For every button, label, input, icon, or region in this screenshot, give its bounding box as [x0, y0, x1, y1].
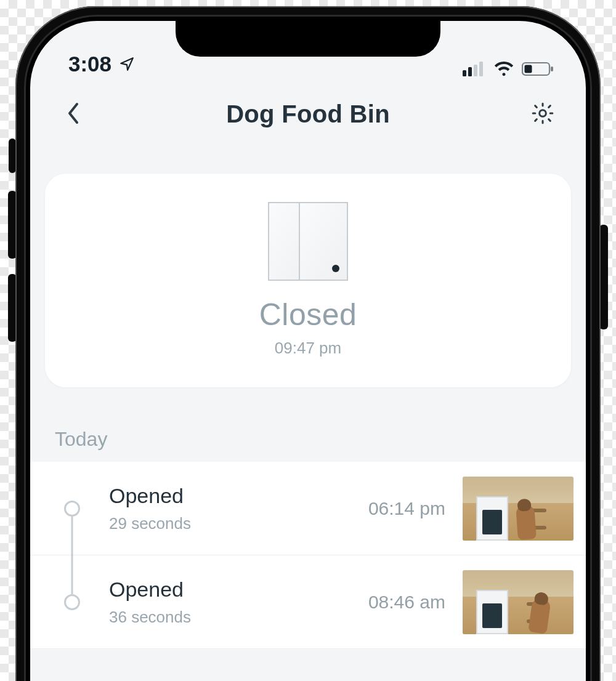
svg-point-7	[540, 110, 546, 116]
svg-rect-6	[525, 65, 532, 73]
device-status-card: Closed 09:47 pm	[45, 174, 571, 387]
event-thumbnail[interactable]	[463, 477, 573, 541]
phone-notch	[176, 21, 440, 57]
timeline-marker	[57, 462, 87, 555]
history-section-label: Today	[55, 428, 586, 451]
phone-frame: 3:08	[15, 6, 601, 681]
location-services-icon	[119, 56, 135, 72]
status-time: 3:08	[68, 52, 111, 76]
phone-power-button	[599, 225, 608, 329]
chevron-left-icon	[66, 102, 81, 127]
svg-rect-1	[468, 67, 472, 76]
gear-icon	[530, 101, 555, 127]
event-duration: 36 seconds	[109, 608, 368, 627]
event-title: Opened	[109, 578, 368, 602]
battery-icon	[522, 62, 555, 76]
page-title: Dog Food Bin	[226, 100, 390, 128]
event-time: 08:46 am	[368, 592, 445, 613]
svg-rect-5	[551, 66, 553, 71]
settings-button[interactable]	[527, 98, 559, 130]
event-time: 06:14 pm	[368, 498, 445, 519]
event-title: Opened	[109, 484, 368, 508]
contact-sensor-icon	[268, 202, 348, 281]
wifi-icon	[493, 62, 514, 76]
cellular-signal-icon	[463, 62, 486, 76]
svg-rect-0	[463, 70, 466, 76]
history-row[interactable]: Opened 36 seconds 08:46 am	[30, 555, 586, 649]
svg-rect-2	[474, 65, 477, 76]
back-button[interactable]	[57, 98, 89, 130]
nav-header: Dog Food Bin	[30, 80, 586, 148]
event-duration: 29 seconds	[109, 514, 368, 533]
device-state-time: 09:47 pm	[45, 339, 571, 358]
history-row[interactable]: Opened 29 seconds 06:14 pm	[30, 462, 586, 555]
history-list: Opened 29 seconds 06:14 pm	[30, 462, 586, 649]
timeline-marker	[57, 555, 87, 648]
device-state-label: Closed	[45, 297, 571, 332]
svg-rect-3	[479, 62, 483, 76]
event-thumbnail[interactable]	[463, 570, 573, 634]
